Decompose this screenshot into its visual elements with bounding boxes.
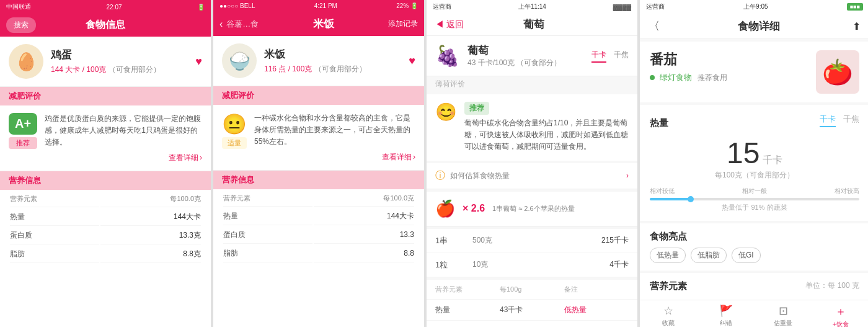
nutrition-header-3: 营养元素 每100g 备注 [427,280,637,300]
calorie-value-row: 15 千卡 [650,136,859,170]
tab-kcal-3[interactable]: 千卡 [591,50,606,63]
food-header-2: 🍚 米饭 116 点 / 100克 （可食用部分） ♥ [213,36,424,86]
tab-kj-3[interactable]: 千焦 [614,50,629,63]
nav-favorite[interactable]: ☆ 收藏 [640,304,698,327]
highlight-tag-2: 低脂肪 [691,248,727,263]
compare-label: 如何估算食物热量 [450,171,621,181]
food-header-4: 番茄 绿灯食物 推荐食用 🍅 [650,50,859,94]
flag-icon: 🚩 [719,304,733,318]
green-food-desc: 推荐食用 [698,73,727,82]
battery-2: 22% 🔋 [396,2,418,9]
back-button-2[interactable]: ‹ [219,19,223,30]
search-button[interactable]: 搜索 [6,17,36,33]
slider-fill [650,198,692,200]
carrier-4: 运营商 [646,2,665,11]
nav-bar-2: ‹ 谷薯…食 米饭 添加记录 [213,12,424,36]
carrier-3: 运营商 [433,2,451,11]
food-image-2: 🍚 [222,43,257,78]
food-name-4: 番茄 [650,50,808,69]
food-info-4: 番茄 绿灯食物 推荐食用 [650,50,808,83]
tab-kj-4[interactable]: 千焦 [843,114,859,127]
favorite-icon-2[interactable]: ♥ [409,55,415,68]
favorite-icon[interactable]: ♥ [195,55,202,68]
rating-label-2: 适量 [222,137,247,149]
nutrition-section-header-1: 营养信息 [0,171,211,190]
highlight-tag-1: 低热量 [650,248,686,263]
nav-add-diet[interactable]: ＋ +饮食 [812,304,869,327]
nav-bar-1: 搜索 食物信息 [0,14,211,37]
green-food-label: 绿灯食物 [660,73,692,82]
back-button-4[interactable]: 〈 [649,19,660,34]
nutrition-header-row-1: 营养元素 每100.0克 [10,191,201,207]
calorie-section-title: 热量 [650,117,668,129]
calorie-sub: 每100克（可食用部分） [650,170,859,181]
add-record-button[interactable]: 添加记录 [388,19,418,29]
nav-estimate[interactable]: ⊡ 估重量 [755,304,812,327]
food-image-1: 🥚 [9,44,43,79]
nutrition-block-1: 营养元素 每100.0克 热量 144大卡 蛋白质 13.3克 脂肪 8.8克 [0,190,211,271]
apple-desc: 1串葡萄 ≈ 2.6个苹果的热量 [492,204,575,213]
chevron-right-icon-2: › [413,153,415,161]
chevron-right-icon: › [200,153,202,162]
apple-compare-3: 🍎 × 2.6 1串葡萄 ≈ 2.6个苹果的热量 [427,192,637,226]
screen-rice: ●●○○○ BELL 4:21 PM 22% 🔋 ‹ 谷薯…食 米饭 添加记录 … [213,0,424,327]
calorie-unit: 千卡 [763,155,782,165]
rating-content-2: 一种碳水化合物和水分含量都较高的主食，它是身体所需热量的主要来源之一，可占全天热… [254,112,415,163]
portion-table-3: 1串 500克 215千卡 1粒 10克 4千卡 [427,229,637,277]
calorie-unit-tabs: 千卡 千焦 [591,50,629,63]
status-bar-3: 运营商 上午11:14 ▓▓▓▓ [427,0,637,14]
share-button[interactable]: ⬆ [852,20,861,32]
nutrition-section-4: 营养元素 单位：每 100 克 [640,273,868,300]
nutrition-row-2-1: 热量 144大卡 [223,208,414,225]
screen-grape: 运营商 上午11:14 ▓▓▓▓ ◀ 返回 葡萄 🍇 葡萄 43 千卡/100克… [427,0,637,327]
detail-link-1[interactable]: 查看详细 › [45,153,202,163]
rating-badge-3: 推荐 [464,102,489,115]
star-icon: ☆ [663,304,673,318]
highlights-section-4: 食物亮点 低热量 低脂肪 低GI [640,223,868,271]
breadcrumb-2: 谷薯…食 [226,19,259,30]
nutrition-row-3-1: 热量 43千卡 低热量 [427,300,637,321]
compare-link[interactable]: › [626,171,629,180]
highlight-tag-3: 低GI [732,248,761,263]
nutrition-unit-4: 单位：每 100 克 [805,280,859,291]
food-section-4: 番茄 绿灯食物 推荐食用 🍅 [640,42,868,102]
time-3: 上午11:14 [518,2,546,11]
nutrition-section-header-2: 营养信息 [213,171,424,189]
rating-section-header-2: 减肥评价 [213,86,424,105]
rating-label-1: 推荐 [9,137,37,149]
food-header-3: 🍇 葡萄 43 千卡/100克 （可食部分） 千卡 千焦 [427,36,637,76]
eval-row-3: 😊 推荐 葡萄中碳水化合物含量约占1/10，并且主要是葡萄糖，可快速被人体吸收利… [435,102,629,153]
food-image-3: 🍇 [435,44,460,68]
battery-3: ▓▓▓▓ [613,4,631,11]
slider-compare-text: 热量低于 91% 的蔬菜 [650,203,859,212]
green-dot-icon [650,75,655,80]
slider-labels: 相对较低 相对一般 相对较高 [650,187,859,195]
nav-correct[interactable]: 🚩 纠错 [698,304,755,327]
food-name-3: 葡萄 [467,43,584,58]
rating-section-header-3: 薄荷评价 [427,76,637,92]
info-circle-icon: ⓘ [435,169,445,182]
nutrition-header-row-2: 营养元素 每100.0克 [223,190,414,207]
food-calories-2: 116 点 / 100克 （可食用部分） [264,64,401,74]
back-button-3[interactable]: ◀ 返回 [435,19,464,30]
nutrition-title-4: 营养元素 [650,280,687,291]
rating-text-3: 葡萄中碳水化合物含量约占1/10，并且主要是葡萄糖，可快速被人体吸收利用，减肥时… [464,117,629,153]
green-label-row: 绿灯食物 推荐食用 [650,71,808,83]
detail-link-2[interactable]: 查看详细 › [254,152,415,163]
highlight-tags: 低热量 低脂肪 低GI [650,248,859,263]
slider-dot-icon [688,196,694,202]
calorie-section-4: 热量 千卡 千焦 15 千卡 每100克（可食用部分） 相对较低 相对一般 相对… [640,105,868,221]
multiply-sign: × 2.6 [463,203,485,214]
nutrition-block-2: 营养元素 每100.0克 热量 144大卡 蛋白质 13.3 脂肪 8.8 [213,189,424,270]
nutrition-row-2-2: 蛋白质 13.3 [223,226,414,244]
rating-block-2: 😐 适量 一种碳水化合物和水分含量都较高的主食，它是身体所需热量的主要来源之一，… [213,105,424,171]
highlights-title: 食物亮点 [650,231,859,243]
calorie-value: 15 [727,137,760,169]
tab-kcal-4[interactable]: 千卡 [820,114,836,127]
portion-row-3-2: 1粒 10克 4千卡 [427,253,637,277]
battery-4: ■■■ [847,3,863,11]
nav-title-4: 食物详细 [665,19,852,34]
rating-block-1: A+ 推荐 鸡蛋是优质蛋白质的来源，它能提供一定的饱腹感，健康成年人减肥时每天吃… [0,105,211,171]
nav-bar-4: 〈 食物详细 ⬆ [640,14,868,39]
carrier-1: 中国联通 [6,2,31,11]
